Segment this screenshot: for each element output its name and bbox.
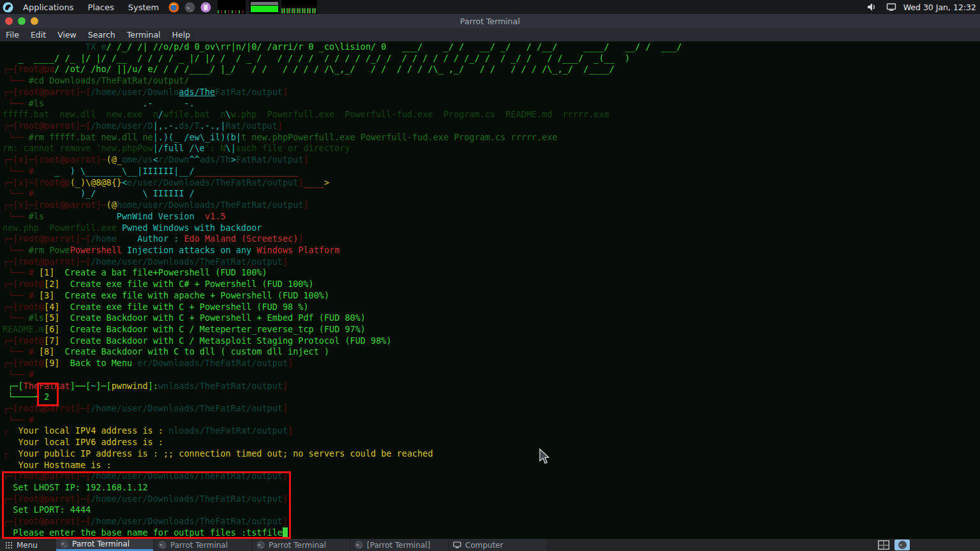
terminal-line: └────╼ 2: [3, 392, 980, 403]
terminal-line: └── #: [3, 369, 980, 381]
volume-icon[interactable]: [866, 2, 877, 13]
window-minimize-button[interactable]: [31, 17, 38, 25]
terminal-window-icon: >_: [355, 541, 363, 549]
terminal-window-icon: >_: [256, 541, 265, 549]
taskbar-menu-label: Menu: [17, 541, 38, 550]
terminal-line: Your Hostname is :: [3, 460, 980, 471]
terminal-line: └── # )_/ \ IIIIII /: [3, 188, 980, 200]
terminal-line: └── #ls[5] Create Backdoor with C + Powe…: [3, 312, 980, 324]
computer-icon: [453, 541, 461, 549]
display-icon[interactable]: [886, 2, 897, 13]
terminal-line: └── #rm fffff.bat new.dll ne|.)(_ /ew\_i…: [3, 132, 980, 143]
terminal-line: ┌─[root@parrot]─[/home/user/Downloads/Th…: [3, 494, 980, 505]
terminal-line: └── # [3] Create exe file with apache + …: [3, 290, 980, 302]
terminal-line: ┌─[root@pa/ /ot/ /ho/ ||/u/ e/ / / /____…: [3, 64, 980, 75]
workspace-switcher-icon[interactable]: [878, 540, 889, 550]
terminal-line: ┌ Your local IPV4 address is : nloads/Th…: [3, 425, 980, 437]
terminal-line: Please enter the base name for output fi…: [3, 527, 980, 539]
terminal-line: ┌─[root@parrot]─[/home/user/Downloads/Th…: [3, 403, 980, 415]
window-title: Parrot Terminal: [460, 17, 520, 26]
mouse-cursor: [539, 448, 551, 465]
terminal-line: └── #cd Downloads/TheFatRat/output/: [3, 75, 980, 87]
terminal-line: README.m[6] Create Backdoor with C / Met…: [3, 324, 980, 335]
menubar-item-search[interactable]: Search: [82, 30, 121, 40]
desktop: Applications Places System >_ Wed 30 Jan…: [0, 0, 980, 551]
taskbar-window-computer[interactable]: Computer: [449, 539, 546, 551]
cpu-monitor-graph: [218, 0, 246, 14]
terminal-line: └── # [8] Create Backdoor with C to dll …: [3, 346, 980, 358]
terminal-line: └── #rm PowePowershell Injection attacks…: [3, 245, 980, 256]
svg-text:>_: >_: [187, 5, 193, 10]
menubar-item-file[interactable]: File: [0, 30, 25, 40]
window-titlebar[interactable]: Parrot Terminal: [0, 14, 980, 28]
top-panel: Applications Places System >_ Wed 30 Jan…: [0, 0, 980, 14]
terminal-line: ┌─[root@parrot]─[/home/user/Downloads/Th…: [3, 471, 980, 482]
terminal-line: └── #ls .- -.: [3, 98, 980, 110]
terminal-line: ┌─[root@[4] Create exe file with C + Pow…: [3, 302, 980, 313]
terminal-menubar: File Edit View Search Terminal Help: [0, 28, 980, 41]
terminal-line: ┌─[x]─[root@parrot]─(@home/user/Download…: [3, 200, 980, 211]
terminal-line: Set LHOST IP: 192.168.1.12: [3, 482, 980, 494]
memory-monitor-graph: [249, 0, 279, 14]
terminal-line: ┌─[root@[2] Create exe file with C# + Po…: [3, 279, 980, 290]
terminal-line: └── #: [3, 415, 980, 426]
taskbar-window-parrot-terminal-4[interactable]: >_ [Parrot Terminal]: [351, 539, 448, 551]
active-app-indicator[interactable]: >_: [895, 540, 910, 550]
terminal-window-icon: >_: [898, 541, 907, 549]
terminal-line: └── # [1] Create a bat file+Powershell (…: [3, 267, 980, 279]
terminal-line: ┌─[root@parrot]─[/home Author : Edo Mala…: [3, 233, 980, 245]
terminal-line: ┌─[x]─[root@parrot]─(@_ome/us<r/Down^^ad…: [3, 154, 980, 166]
clipboard-icon[interactable]: [200, 2, 211, 13]
terminal-line: ┌─[root@[7] Create Backdoor with C / Met…: [3, 335, 980, 347]
panel-menu-places[interactable]: Places: [80, 3, 121, 12]
menubar-item-help[interactable]: Help: [167, 30, 197, 40]
menubar-item-terminal[interactable]: Terminal: [121, 30, 167, 40]
window-close-button[interactable]: [5, 17, 13, 25]
taskbar-window-parrot-terminal-2[interactable]: >_ Parrot Terminal: [154, 539, 251, 551]
terminal-line: ┌─[root@parrot]─[/home/user/D|,.-.ds/T.-…: [3, 121, 980, 132]
taskbar-window-parrot-terminal-1[interactable]: >_ Parrot Terminal: [56, 539, 153, 551]
terminal-line: Your local IPV6 address is :: [3, 437, 980, 448]
terminal-line: Set LPORT: 4444: [3, 504, 980, 516]
terminal-line: rm: cannot remove 'new.phpPow|/full /\e'…: [3, 143, 980, 154]
terminal-line: └── #ls PwnWind Version v1.5: [3, 211, 980, 223]
terminal-line: ┌─[root@[9] Back to Menu er/Downloads/Th…: [3, 358, 980, 369]
terminal-line: ┌─[TheFatRat]──[~]─[pwnwind]:wnloads/The…: [3, 381, 980, 392]
terminal-line: ┌─[x]─[root@p(_)\@8@8{}<e/user/Downloads…: [3, 177, 980, 189]
panel-menu-system[interactable]: System: [121, 3, 166, 12]
terminal-line: ┌ Your public IP address is : ;; connect…: [3, 448, 980, 460]
terminal-line: TX e/ /_/ /| //o/p/d 0_ov\rr|n/|0/ /arri…: [3, 41, 980, 53]
clock: Wed 30 Jan, 12:32: [903, 3, 977, 12]
terminal-line: ┌─[root@parrot]─[/home/user/Downloads/Th…: [3, 87, 980, 98]
menu-grid-icon: [5, 541, 13, 549]
parrot-logo-icon[interactable]: [3, 2, 13, 13]
terminal-line: └── # _ ) \_______\__|IIIIII|__/________…: [3, 166, 980, 177]
window-maximize-button[interactable]: [18, 17, 26, 25]
terminal-line: _ ____/ /_ |/ |/ /__ / / / / _ |/ |/ / /…: [3, 53, 980, 64]
taskbar-menu-button[interactable]: Menu: [0, 539, 56, 551]
terminal-output[interactable]: TX e/ /_/ /| //o/p/d 0_ov\rr|n/|0/ /arri…: [0, 41, 980, 539]
terminal-line: fffff.bat new.dll new.exe n/wfile.bat n\…: [3, 109, 980, 121]
menubar-item-view[interactable]: View: [52, 30, 82, 40]
taskbar-window-parrot-terminal-3[interactable]: >_ Parrot Terminal: [253, 539, 350, 551]
menubar-item-edit[interactable]: Edit: [25, 30, 52, 40]
terminal-launcher-icon[interactable]: >_: [184, 2, 195, 13]
panel-menu-applications[interactable]: Applications: [16, 3, 80, 12]
terminal-line: ┌─[root@parrot]─[/home/user/Downloads/Th…: [3, 516, 980, 527]
terminal-line: ┌─[root@parrot]─[/home/user/Downloads/Th…: [3, 256, 980, 268]
terminal-window-icon: >_: [158, 541, 167, 549]
taskbar: Menu >_ Parrot Terminal >_ Parrot Termin…: [0, 539, 980, 551]
firefox-icon[interactable]: [168, 2, 179, 13]
terminal-line: new.php Powerfull.exe Pwned Windows with…: [3, 223, 980, 234]
terminal-window-icon: >_: [60, 540, 68, 548]
network-monitor-graph: [281, 0, 317, 14]
